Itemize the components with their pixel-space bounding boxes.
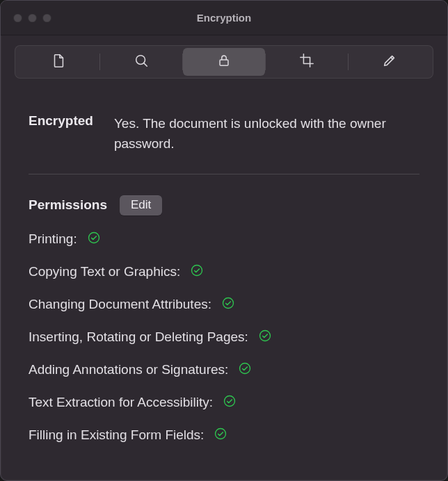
svg-point-5 bbox=[223, 297, 234, 308]
toolbar bbox=[1, 35, 447, 79]
permissions-header: Permissions Edit bbox=[29, 195, 419, 215]
zoom-window-button[interactable] bbox=[42, 13, 51, 22]
permission-label: Adding Annotations or Signatures: bbox=[29, 362, 228, 377]
crop-icon bbox=[299, 53, 314, 71]
permission-label: Changing Document Attributes: bbox=[29, 297, 211, 312]
tab-edit[interactable] bbox=[349, 48, 431, 76]
edit-button[interactable]: Edit bbox=[120, 195, 162, 215]
permission-row: Printing: bbox=[29, 231, 419, 248]
tab-document[interactable] bbox=[17, 48, 99, 76]
check-icon bbox=[87, 231, 101, 248]
permissions-label: Permissions bbox=[29, 197, 107, 213]
permission-label: Text Extraction for Accessibility: bbox=[29, 395, 213, 410]
titlebar: Encryption bbox=[1, 1, 447, 35]
svg-point-9 bbox=[216, 428, 226, 439]
check-icon bbox=[214, 427, 227, 444]
check-icon bbox=[223, 394, 237, 411]
permission-label: Filling in Existing Form Fields: bbox=[29, 427, 204, 443]
content-area: Encrypted Yes. The document is unlocked … bbox=[1, 79, 447, 473]
lock-icon bbox=[216, 53, 232, 71]
check-icon bbox=[221, 296, 235, 313]
encrypted-label: Encrypted bbox=[29, 113, 93, 129]
svg-rect-2 bbox=[220, 60, 228, 65]
permission-row: Inserting, Rotating or Deleting Pages: bbox=[29, 329, 419, 346]
window-controls bbox=[13, 13, 51, 22]
check-icon bbox=[238, 361, 252, 379]
svg-point-4 bbox=[192, 265, 202, 275]
permission-label: Inserting, Rotating or Deleting Pages: bbox=[29, 329, 248, 345]
svg-point-3 bbox=[88, 232, 99, 243]
svg-point-8 bbox=[225, 396, 235, 406]
search-icon bbox=[134, 53, 149, 71]
svg-point-7 bbox=[240, 363, 250, 373]
window-title: Encryption bbox=[197, 12, 251, 24]
permission-row: Adding Annotations or Signatures: bbox=[29, 361, 419, 379]
section-divider bbox=[29, 174, 419, 174]
permission-row: Filling in Existing Form Fields: bbox=[29, 427, 419, 444]
tab-encryption[interactable] bbox=[183, 48, 265, 76]
check-icon bbox=[258, 329, 272, 346]
permission-label: Copying Text or Graphics: bbox=[29, 264, 180, 279]
pencil-icon bbox=[382, 53, 397, 71]
permission-row: Copying Text or Graphics: bbox=[29, 263, 419, 281]
tab-search[interactable] bbox=[100, 48, 182, 76]
svg-point-6 bbox=[259, 330, 270, 341]
check-icon bbox=[190, 263, 204, 281]
svg-line-1 bbox=[144, 63, 147, 67]
tab-crop[interactable] bbox=[266, 48, 348, 76]
permission-label: Printing: bbox=[29, 231, 77, 247]
permission-row: Changing Document Attributes: bbox=[29, 296, 419, 313]
encrypted-row: Encrypted Yes. The document is unlocked … bbox=[29, 113, 419, 154]
close-window-button[interactable] bbox=[13, 13, 22, 22]
permission-row: Text Extraction for Accessibility: bbox=[29, 394, 419, 411]
encrypted-value: Yes. The document is unlocked with the o… bbox=[114, 113, 419, 154]
segmented-control bbox=[15, 45, 433, 79]
document-icon bbox=[51, 53, 66, 71]
window-frame: Encryption bbox=[0, 0, 448, 481]
minimize-window-button[interactable] bbox=[28, 13, 37, 22]
